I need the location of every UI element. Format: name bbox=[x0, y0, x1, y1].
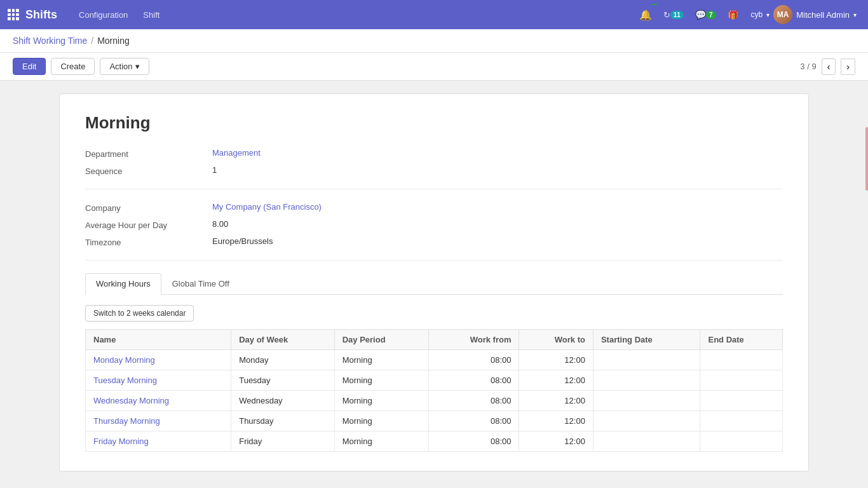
messages-button[interactable]: 💬 7 bbox=[693, 7, 719, 22]
user-menu[interactable]: cyb ▾ MA Mitchell Admin ▾ bbox=[747, 3, 861, 27]
table-body: Monday Morning Monday Morning 08:00 12:0… bbox=[86, 350, 783, 452]
working-hours-table: Name Day of Week Day Period Work from Wo… bbox=[85, 329, 783, 452]
cell-day-of-week: Friday bbox=[231, 431, 334, 452]
form-fields: Department Management Sequence 1 bbox=[85, 148, 783, 176]
cell-starting-date bbox=[593, 391, 700, 411]
cell-day-period[interactable]: Morning bbox=[334, 431, 428, 452]
cell-end-date bbox=[700, 431, 783, 452]
cell-starting-date bbox=[593, 350, 700, 370]
next-record-button[interactable]: › bbox=[841, 58, 855, 75]
prev-record-button[interactable]: ‹ bbox=[822, 58, 836, 75]
cell-work-to: 12:00 bbox=[519, 391, 593, 411]
company-value[interactable]: My Company (San Francisco) bbox=[212, 202, 322, 212]
cell-end-date bbox=[700, 411, 783, 431]
updates-badge: 11 bbox=[670, 11, 684, 19]
app-title: Shifts bbox=[25, 8, 57, 22]
timezone-value: Europe/Brussels bbox=[212, 236, 273, 246]
edit-button[interactable]: Edit bbox=[13, 58, 46, 75]
app-grid-icon bbox=[8, 9, 19, 20]
cell-day-of-week: Wednesday bbox=[231, 391, 334, 411]
toolbar: Edit Create Action ▾ 3 / 9 ‹ › bbox=[0, 53, 868, 81]
cell-name[interactable]: Monday Morning bbox=[86, 350, 231, 370]
form-fields-2: Company My Company (San Francisco) Avera… bbox=[85, 202, 783, 247]
col-day-of-week: Day of Week bbox=[231, 330, 334, 350]
scrollbar[interactable] bbox=[865, 127, 868, 191]
sequence-value: 1 bbox=[212, 165, 217, 175]
table-row: Monday Morning Monday Morning 08:00 12:0… bbox=[86, 350, 783, 370]
cell-starting-date bbox=[593, 431, 700, 452]
user-name-label: Mitchell Admin bbox=[796, 10, 850, 20]
form-card: Morning Department Management Sequence 1… bbox=[59, 93, 809, 471]
action-dropdown-arrow: ▾ bbox=[135, 62, 140, 71]
cell-name[interactable]: Thursday Morning bbox=[86, 411, 231, 431]
action-label: Action bbox=[109, 62, 132, 71]
updates-button[interactable]: ↻ 11 bbox=[661, 8, 686, 22]
cell-name[interactable]: Tuesday Morning bbox=[86, 370, 231, 391]
table-row: Friday Morning Friday Morning 08:00 12:0… bbox=[86, 431, 783, 452]
avg-hour-label: Average Hour per Day bbox=[85, 219, 212, 230]
timezone-label: Timezone bbox=[85, 236, 212, 247]
table-row: Wednesday Morning Wednesday Morning 08:0… bbox=[86, 391, 783, 411]
breadcrumb: Shift Working Time / Morning bbox=[0, 29, 868, 53]
main-content: Morning Department Management Sequence 1… bbox=[0, 81, 868, 484]
app-brand[interactable]: Shifts bbox=[8, 8, 57, 22]
avatar: MA bbox=[773, 5, 792, 24]
timezone-row: Timezone Europe/Brussels bbox=[85, 236, 783, 247]
table-row: Tuesday Morning Tuesday Morning 08:00 12… bbox=[86, 370, 783, 391]
working-hours-panel: Switch to 2 weeks calendar Name Day of W… bbox=[85, 305, 783, 452]
notifications-badge bbox=[652, 4, 657, 5]
department-row: Department Management bbox=[85, 148, 783, 159]
gift-button[interactable]: 🎁 bbox=[725, 7, 741, 22]
cell-work-to: 12:00 bbox=[519, 431, 593, 452]
navbar-right: 🔔 ↻ 11 💬 7 🎁 cyb ▾ MA Mitchell Admin ▾ bbox=[637, 3, 860, 27]
company-row: Company My Company (San Francisco) bbox=[85, 202, 783, 213]
avg-hour-value: 8.00 bbox=[212, 219, 228, 229]
breadcrumb-parent[interactable]: Shift Working Time bbox=[13, 36, 87, 46]
switch-calendar-button[interactable]: Switch to 2 weeks calendar bbox=[85, 305, 194, 322]
cell-work-from: 08:00 bbox=[428, 350, 519, 370]
user-code-label: cyb bbox=[751, 10, 763, 19]
nav-configuration[interactable]: Configuration bbox=[72, 6, 134, 24]
department-value[interactable]: Management bbox=[212, 148, 261, 158]
cell-name[interactable]: Wednesday Morning bbox=[86, 391, 231, 411]
company-label: Company bbox=[85, 202, 212, 213]
cell-day-period[interactable]: Morning bbox=[334, 391, 428, 411]
sequence-row: Sequence 1 bbox=[85, 165, 783, 176]
cell-end-date bbox=[700, 391, 783, 411]
record-title: Morning bbox=[85, 113, 783, 133]
breadcrumb-current: Morning bbox=[97, 36, 130, 46]
col-work-from: Work from bbox=[428, 330, 519, 350]
col-name: Name bbox=[86, 330, 231, 350]
user-dropdown-arrow: ▾ bbox=[766, 11, 770, 18]
page-indicator: 3 / 9 bbox=[800, 62, 816, 71]
avg-hour-row: Average Hour per Day 8.00 bbox=[85, 219, 783, 230]
action-dropdown[interactable]: Action ▾ bbox=[100, 58, 149, 75]
navbar: Shifts Configuration Shift 🔔 ↻ 11 💬 7 🎁 … bbox=[0, 0, 868, 29]
cell-work-to: 12:00 bbox=[519, 411, 593, 431]
table-row: Thursday Morning Thursday Morning 08:00 … bbox=[86, 411, 783, 431]
cell-day-period[interactable]: Morning bbox=[334, 370, 428, 391]
sequence-label: Sequence bbox=[85, 165, 212, 176]
cell-end-date bbox=[700, 370, 783, 391]
create-button[interactable]: Create bbox=[51, 58, 95, 75]
notifications-button[interactable]: 🔔 bbox=[637, 6, 654, 24]
nav-shift[interactable]: Shift bbox=[137, 6, 166, 24]
cell-work-to: 12:00 bbox=[519, 370, 593, 391]
toolbar-right: 3 / 9 ‹ › bbox=[800, 58, 855, 75]
col-end-date: End Date bbox=[700, 330, 783, 350]
col-day-period: Day Period bbox=[334, 330, 428, 350]
cell-name[interactable]: Friday Morning bbox=[86, 431, 231, 452]
cell-work-from: 08:00 bbox=[428, 391, 519, 411]
tab-global-time-off[interactable]: Global Time Off bbox=[161, 273, 240, 294]
cell-starting-date bbox=[593, 370, 700, 391]
divider-1 bbox=[85, 189, 783, 189]
cell-work-from: 08:00 bbox=[428, 411, 519, 431]
cell-day-period[interactable]: Morning bbox=[334, 411, 428, 431]
col-starting-date: Starting Date bbox=[593, 330, 700, 350]
messages-badge: 7 bbox=[706, 11, 716, 19]
tab-working-hours[interactable]: Working Hours bbox=[85, 273, 161, 295]
col-work-to: Work to bbox=[519, 330, 593, 350]
cell-day-period[interactable]: Morning bbox=[334, 350, 428, 370]
cell-work-from: 08:00 bbox=[428, 431, 519, 452]
breadcrumb-separator: / bbox=[91, 36, 93, 46]
